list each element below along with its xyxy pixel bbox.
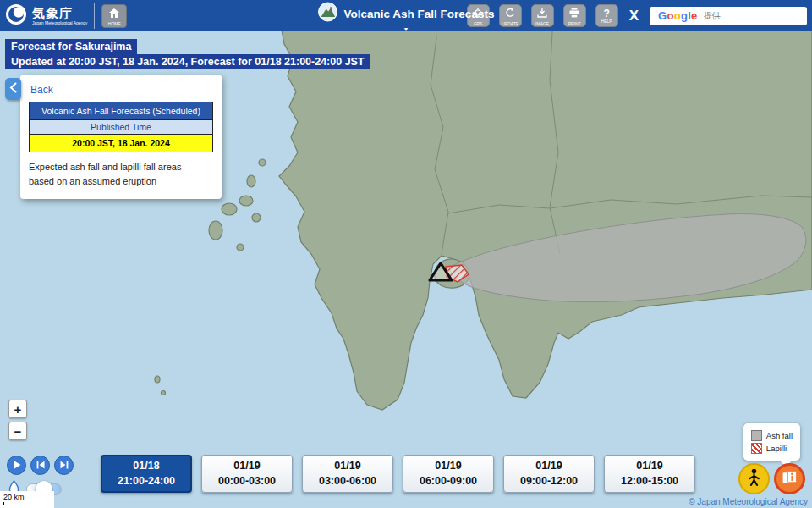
time-step-range: 06:00-09:00 [420,474,477,489]
google-suffix: 提供 [704,10,721,22]
published-time-value: 20:00 JST, 18 Jan. 2024 [30,135,213,152]
time-step-range: 21:00-24:00 [118,474,175,489]
map-scale: 20 km [0,491,54,508]
time-step-date: 01/19 [636,459,662,474]
island [162,391,166,395]
ash-fall-label: Ash fall [766,431,793,440]
panel-description: Expected ash fall and lapilli fall areas… [29,160,213,189]
accessibility-button[interactable] [738,463,770,494]
header: 気象庁 Japan Meteorological Agency HOME Vol… [0,0,812,31]
zoom-controls: + − [8,400,27,440]
printer-icon [569,6,579,21]
time-step-date: 01/19 [435,459,461,474]
home-button[interactable]: HOME [102,4,127,28]
time-step-button[interactable]: 01/19 12:00-15:00 [604,455,695,493]
time-step-button[interactable]: 01/19 09:00-12:00 [503,455,595,493]
forecast-info-panel: Back Volcanic Ash Fall Forecasts (Schedu… [20,75,222,199]
multilingual-info-button[interactable] [774,463,805,494]
map-scale-label: 20 km [3,493,25,501]
time-step-range: 12:00-15:00 [621,474,678,489]
skip-to-start-button[interactable] [30,456,50,475]
person-icon [747,468,761,489]
forecast-table: Volcanic Ash Fall Forecasts (Scheduled) … [29,102,213,152]
info-book-icon [782,470,798,489]
floating-buttons [738,463,805,494]
print-button[interactable]: PRINT [563,4,586,27]
app: 気象庁 Japan Meteorological Agency HOME Vol… [0,0,812,508]
forecast-banner-updated: Updated at 20:00 JST, 18 Jan. 2024, Fore… [5,54,370,69]
help-icon: ? [603,8,609,19]
x-social-button[interactable]: X [628,8,640,25]
zoom-out-button[interactable]: − [8,422,27,440]
help-label: HELP [601,19,612,24]
chevron-left-icon [9,81,17,97]
agency-name: 気象庁 [32,7,87,19]
zoom-in-button[interactable]: + [8,400,27,418]
home-label: HOME [108,22,121,26]
chevron-down-icon: ▼ [403,26,409,32]
home-icon [109,6,119,21]
map-legend: Ash fall Lapilli [743,423,800,461]
time-step-button[interactable]: 01/18 21:00-24:00 [101,455,192,493]
page-title: Volcanic Ash Fall Forecasts [344,8,495,20]
download-icon [537,6,547,21]
google-translate-widget[interactable]: Google 提供 [650,7,807,25]
legend-ash-row: Ash fall [751,430,793,441]
map-scale-bar [3,502,47,505]
play-button[interactable] [7,456,26,475]
time-step-range: 09:00-12:00 [520,474,578,489]
time-step-date: 01/18 [133,459,159,474]
volcano-icon [318,2,338,25]
help-button[interactable]: ? HELP [595,4,618,27]
description-line-1: Expected ash fall and lapilli fall areas [29,160,213,174]
island [247,175,255,187]
header-tools: GPS UPDATE IMAGE PRINT ? [467,4,812,27]
island [259,159,266,166]
update-label: UPDATE [502,22,518,26]
google-logo: Google [658,9,698,22]
image-label: IMAGE [535,22,549,26]
time-step-button[interactable]: 01/19 06:00-09:00 [403,455,494,493]
lapilli-swatch [751,443,762,454]
island [239,196,253,206]
skip-end-icon [59,458,69,473]
ash-fall-swatch [751,430,762,441]
collapse-panel-button[interactable] [5,78,21,100]
legend-lapilli-row: Lapilli [751,443,793,454]
forecast-banner-title: Forecast for Sakurajima [5,39,137,54]
island [237,244,244,251]
time-step-range: 03:00-06:00 [319,474,376,489]
time-step-button[interactable]: 01/19 03:00-06:00 [302,455,393,493]
lapilli-label: Lapilli [766,444,787,453]
time-step-date: 01/19 [334,459,360,474]
time-step-date: 01/19 [233,459,260,474]
time-step-button[interactable]: 01/19 00:00-03:00 [201,455,293,493]
skip-to-end-button[interactable] [54,456,74,475]
time-step-date: 01/19 [535,459,562,474]
copyright-notice: © Japan Meteorological Agency [689,497,808,506]
island [209,221,222,240]
image-button[interactable]: IMAGE [531,4,554,27]
skip-start-icon [36,458,46,473]
island [222,203,237,215]
jma-logo-icon [5,3,27,29]
print-label: PRINT [568,22,581,26]
page-title-group[interactable]: Volcanic Ash Fall Forecasts ▼ [318,2,495,32]
refresh-icon [505,6,515,21]
island [252,213,261,222]
forecast-banner: Forecast for Sakurajima Updated at 20:00… [5,39,370,69]
time-step-range: 00:00-03:00 [218,474,276,489]
play-icon [12,458,22,473]
home-wrap: HOME [94,3,127,29]
jma-logo-area[interactable]: 気象庁 Japan Meteorological Agency [0,3,94,29]
agency-subtitle: Japan Meteorological Agency [32,21,87,25]
forecast-timeline: 01/18 21:00-24:00 01/19 00:00-03:00 01/1… [101,455,695,493]
back-link[interactable]: Back [30,84,53,96]
published-time-label: Published Time [30,120,213,135]
description-line-2: based on an assumed eruption [29,174,213,189]
update-button[interactable]: UPDATE [499,4,522,27]
island [155,376,160,383]
forecast-table-header: Volcanic Ash Fall Forecasts (Scheduled) [30,102,213,120]
